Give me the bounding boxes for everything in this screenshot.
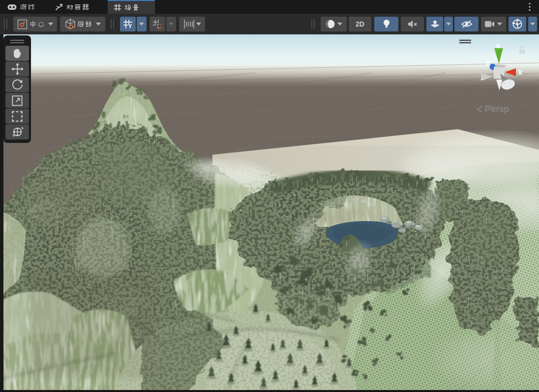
svg-text:Y: Y — [128, 23, 132, 29]
svg-text:z: z — [486, 59, 490, 67]
svg-text:x: x — [518, 68, 522, 76]
